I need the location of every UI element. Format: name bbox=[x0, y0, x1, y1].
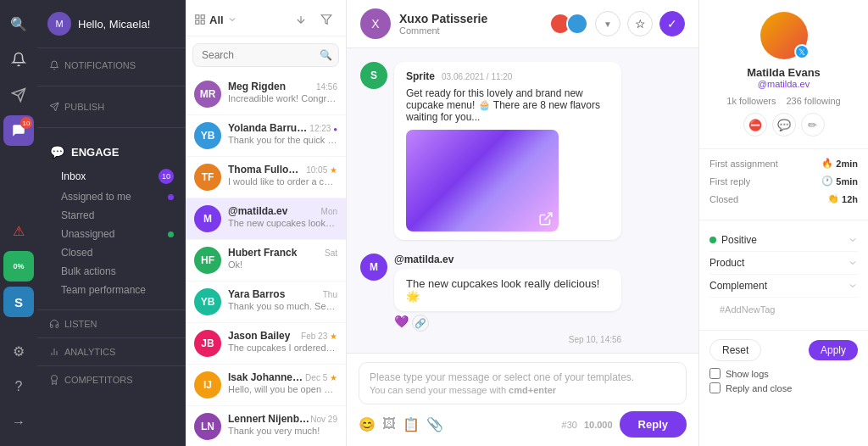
sidebar-notifications[interactable] bbox=[3, 44, 34, 75]
expand-icon[interactable] bbox=[538, 211, 554, 226]
profile-twitter-badge: 𝕏 bbox=[794, 44, 810, 59]
conv-item[interactable]: LN Lennert Nijenbijvan Si...Nov 29 Thank… bbox=[186, 406, 346, 446]
conv-preview: Ok! bbox=[228, 259, 337, 270]
conv-avatar: MR bbox=[194, 81, 221, 108]
conv-name: Hubert Franck bbox=[228, 247, 297, 259]
image-icon[interactable]: 🖼 bbox=[382, 416, 396, 432]
nav-notifications-header[interactable]: NOTIFICATIONS bbox=[37, 55, 186, 75]
inbox-label: Inbox bbox=[61, 170, 86, 182]
profile-handle[interactable]: @matilda.ev bbox=[758, 79, 810, 89]
attach-icon[interactable]: 📎 bbox=[426, 416, 443, 432]
nav-analytics-header[interactable]: ANALYTICS bbox=[37, 342, 186, 362]
conv-sort-icon[interactable] bbox=[290, 8, 312, 31]
chat-header-actions: ▼ ☆ ✓ bbox=[549, 11, 685, 36]
checkbox-reply-close[interactable]: Reply and close bbox=[709, 382, 858, 393]
show-logs-label: Show logs bbox=[726, 369, 769, 379]
listen-label: LISTEN bbox=[64, 319, 97, 329]
nav-unassigned[interactable]: Unassigned bbox=[37, 225, 186, 243]
competitors-label: COMPETITORS bbox=[64, 375, 132, 385]
sidebar-zero-badge[interactable]: 0% bbox=[3, 251, 34, 282]
sidebar-s[interactable]: S bbox=[3, 287, 34, 317]
inbox-count: 10 bbox=[159, 169, 174, 184]
conv-name: Thoma Fulloway bbox=[228, 164, 306, 176]
emoji-icon[interactable]: 😊 bbox=[359, 416, 376, 432]
assigned-label: Assigned to me bbox=[61, 191, 131, 203]
chevron-down-icon bbox=[848, 258, 858, 268]
conv-item[interactable]: YB Yolanda Barrueco12:23 ● Thank you for… bbox=[186, 115, 346, 157]
nav-team-performance[interactable]: Team performance bbox=[37, 281, 186, 299]
conv-item-active[interactable]: M @matilda.evMon The new cupcakes look r… bbox=[186, 198, 346, 240]
nav-engage-header[interactable]: 💬 ENGAGE bbox=[37, 138, 186, 165]
chat-header-info: Xuxo Patisserie Comment bbox=[399, 12, 541, 36]
unassigned-dot bbox=[168, 231, 174, 237]
sidebar-search[interactable]: 🔍 bbox=[3, 8, 34, 39]
svg-line-12 bbox=[545, 213, 552, 220]
nav-closed[interactable]: Closed bbox=[37, 243, 186, 262]
tag-row-complement[interactable]: Complement bbox=[709, 275, 858, 298]
reply-close-checkbox[interactable] bbox=[709, 382, 721, 393]
profile-avatar-wrap: 𝕏 bbox=[760, 12, 808, 59]
greeting-text: Hello, Micaela! bbox=[78, 18, 150, 31]
chat-input-footer: 😊 🖼 📋 📎 #30 10.000 Reply bbox=[359, 411, 687, 438]
conv-item[interactable]: HF Hubert FranckSat Ok! bbox=[186, 240, 346, 282]
sidebar-alert[interactable]: ⚠ bbox=[3, 215, 34, 246]
show-logs-checkbox[interactable] bbox=[709, 368, 721, 379]
checkbox-show-logs[interactable]: Show logs bbox=[709, 368, 858, 379]
sidebar-engage[interactable]: 10 bbox=[3, 115, 34, 146]
sidebar-publish[interactable] bbox=[3, 80, 34, 110]
conv-item[interactable]: MR Meg Rigden14:56 Increadible work! Con… bbox=[186, 74, 346, 115]
profile-section: 𝕏 Matilda Evans @matilda.ev 1k followers… bbox=[699, 0, 868, 149]
conv-preview: Hello, will you be open during the holi.… bbox=[228, 384, 337, 394]
nav-listen-header[interactable]: LISTEN bbox=[37, 314, 186, 334]
msg-image bbox=[406, 130, 559, 231]
profile-stats: 1k followers 236 following bbox=[726, 96, 840, 106]
search-input[interactable] bbox=[192, 43, 339, 67]
nav-starred[interactable]: Starred bbox=[37, 206, 186, 225]
nav-competitors-header[interactable]: COMPETITORS bbox=[37, 370, 186, 390]
apply-button[interactable]: Apply bbox=[809, 340, 858, 360]
template-icon[interactable]: 📋 bbox=[403, 416, 420, 432]
settings-icon[interactable]: ⚙ bbox=[3, 336, 34, 366]
conv-time: Sat bbox=[325, 248, 337, 258]
engage-badge: 10 bbox=[20, 117, 32, 129]
conv-item[interactable]: JB Jason BaileyFeb 23 ★ The cupcakes I o… bbox=[186, 323, 346, 365]
chat-input-area: Please type your message or select one o… bbox=[347, 353, 698, 446]
header-star-btn[interactable]: ☆ bbox=[627, 11, 653, 36]
header-dropdown-btn[interactable]: ▼ bbox=[595, 11, 620, 36]
tag-row-product[interactable]: Product bbox=[709, 252, 858, 275]
nav-publish-header[interactable]: PUBLISH bbox=[37, 97, 186, 117]
conversation-panel: All 🔍 MR Meg Rigden14:56 Increadible wor… bbox=[186, 0, 347, 446]
conv-name: @matilda.ev bbox=[228, 205, 287, 217]
nav-assigned[interactable]: Assigned to me bbox=[37, 187, 186, 206]
chat-input-box[interactable]: Please type your message or select one o… bbox=[359, 362, 687, 404]
conv-preview: Thank you so much. See you tom... bbox=[228, 301, 337, 311]
stat-label-assignment: First assignment bbox=[709, 159, 778, 169]
msg-body: @matilda.ev The new cupcakes look really… bbox=[394, 254, 621, 344]
conv-time: Feb 23 ★ bbox=[301, 332, 337, 341]
help-icon[interactable]: ? bbox=[3, 371, 34, 402]
logout-icon[interactable]: → bbox=[3, 407, 34, 438]
nav-bulk-actions[interactable]: Bulk actions bbox=[37, 262, 186, 281]
conv-filter-all[interactable]: All bbox=[194, 14, 285, 26]
stat-value-assignment: 🔥 2min bbox=[821, 158, 858, 169]
tag-add[interactable]: #AddNewTag bbox=[709, 298, 858, 321]
tag-row-positive[interactable]: Positive bbox=[709, 229, 858, 252]
conv-item[interactable]: TF Thoma Fulloway10:05 ★ I would like to… bbox=[186, 157, 346, 198]
msg-body: Sprite 03.06.2021 / 11:20 Get ready for … bbox=[394, 62, 621, 240]
char-count: #30 bbox=[562, 420, 577, 430]
conv-time: Dec 5 ★ bbox=[305, 373, 337, 382]
profile-action-btn-1[interactable]: ⛔ bbox=[743, 113, 767, 137]
reply-button[interactable]: Reply bbox=[620, 411, 687, 438]
conv-item[interactable]: IJ Isak JohannessenDec 5 ★ Hello, will y… bbox=[186, 365, 346, 406]
profile-action-btn-2[interactable]: 💬 bbox=[772, 113, 796, 137]
header-check-btn[interactable]: ✓ bbox=[659, 11, 685, 36]
conv-name: Jason Bailey bbox=[228, 330, 290, 342]
input-placeholder: Please type your message or select one o… bbox=[370, 371, 676, 383]
nav-inbox[interactable]: Inbox 10 bbox=[37, 165, 186, 187]
profile-action-btn-3[interactable]: ✏ bbox=[801, 113, 825, 137]
stat-row-closed: Closed 👏 12h bbox=[709, 193, 858, 204]
conv-filter-icon[interactable] bbox=[315, 8, 337, 31]
conv-item[interactable]: YB Yara BarrosThu Thank you so much. See… bbox=[186, 282, 346, 323]
reset-button[interactable]: Reset bbox=[709, 339, 761, 361]
conv-preview: The cupcakes I ordered were delicio... bbox=[228, 343, 337, 353]
